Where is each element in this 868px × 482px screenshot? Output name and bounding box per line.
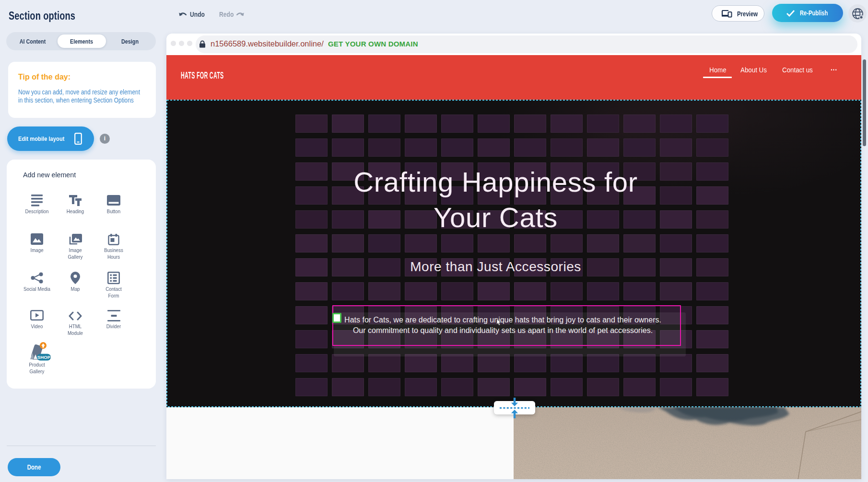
- svg-text:SHOP: SHOP: [37, 355, 51, 360]
